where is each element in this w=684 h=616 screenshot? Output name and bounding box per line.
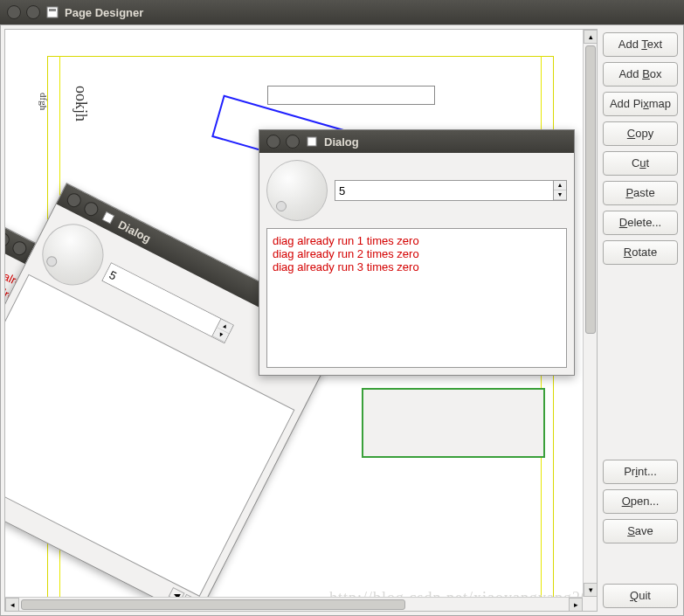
rotate-button[interactable]: Rotate (603, 240, 678, 265)
add-text-button[interactable]: Add Text (603, 32, 678, 57)
add-box-button[interactable]: Add Box (603, 62, 678, 87)
log-line: diag already run 3 times zero (273, 260, 561, 273)
scroll-up-icon[interactable]: ▴ (584, 30, 598, 44)
svg-rect-3 (102, 211, 114, 223)
dialog-textarea[interactable]: diag already run 1 times zero diag alrea… (266, 228, 567, 368)
minimize-icon[interactable] (286, 135, 300, 149)
scrollbar-corner (583, 597, 597, 611)
spin-up-icon[interactable]: ▲ (554, 181, 566, 190)
content-area: ookjh dfgh Dialog (0, 24, 684, 616)
spinbox-input[interactable] (335, 181, 553, 200)
window-title: Page Designer (65, 6, 143, 19)
close-icon[interactable] (7, 5, 21, 19)
spin-down-icon[interactable]: ▼ (554, 190, 566, 200)
vertical-scrollbar[interactable]: ▴ ▾ (583, 30, 597, 597)
svg-rect-0 (47, 7, 58, 17)
paste-button[interactable]: Paste (603, 181, 678, 205)
spinbox[interactable]: ▲ ▼ (335, 180, 567, 201)
add-pixmap-button[interactable]: Add Pixmap (603, 92, 678, 116)
horizontal-scrollbar[interactable]: ◂ ▸ (5, 597, 583, 611)
canvas-text-main[interactable]: ookjh (72, 86, 90, 121)
canvas-input-box[interactable] (267, 86, 435, 105)
copy-button[interactable]: Copy (603, 121, 678, 146)
close-icon[interactable] (266, 135, 280, 149)
minimize-icon[interactable] (82, 199, 101, 218)
minimize-icon[interactable] (26, 5, 40, 19)
green-frame[interactable] (362, 388, 545, 458)
close-icon[interactable] (65, 190, 84, 210)
dialog-body: ▲ ▼ diag already run 1 times zero diag a… (259, 153, 574, 375)
log-line: diag already run 2 times zero (273, 247, 561, 260)
scrollbar-thumb[interactable] (21, 599, 405, 610)
print-button[interactable]: Print... (603, 460, 678, 484)
scroll-left-icon[interactable]: ◂ (5, 598, 19, 612)
dialog-title: Dialog (324, 135, 359, 149)
dialog-titlebar[interactable]: Dialog (259, 130, 574, 153)
scroll-down-icon[interactable]: ▾ (584, 583, 598, 597)
dialog-icon (99, 208, 118, 227)
dial-knob[interactable] (266, 160, 328, 221)
design-canvas[interactable]: ookjh dfgh Dialog (5, 30, 597, 611)
cut-button[interactable]: Cut (603, 151, 678, 176)
canvas-viewport: ookjh dfgh Dialog (4, 29, 598, 612)
titlebar: Page Designer (0, 0, 684, 24)
delete-button[interactable]: Delete... (603, 211, 678, 235)
app-window: Page Designer ookjh dfgh (0, 0, 684, 616)
svg-rect-4 (307, 137, 316, 146)
save-button[interactable]: Save (603, 519, 678, 543)
quit-button[interactable]: Quit (603, 584, 678, 608)
svg-rect-1 (49, 9, 56, 11)
open-button[interactable]: Open... (603, 489, 678, 514)
scrollbar-thumb[interactable] (585, 45, 596, 334)
canvas-text-small[interactable]: dfgh (38, 93, 49, 110)
dialog-front[interactable]: Dialog ▲ ▼ (259, 129, 575, 376)
close-icon[interactable] (4, 230, 12, 249)
tool-sidebar: Add Text Add Box Add Pixmap Copy Cut Pas… (598, 25, 683, 615)
dialog-icon (305, 135, 319, 149)
app-icon (45, 5, 59, 19)
scroll-right-icon[interactable]: ▸ (569, 598, 583, 612)
minimize-icon[interactable] (10, 239, 30, 258)
log-line: diag already run 1 times zero (273, 234, 561, 247)
